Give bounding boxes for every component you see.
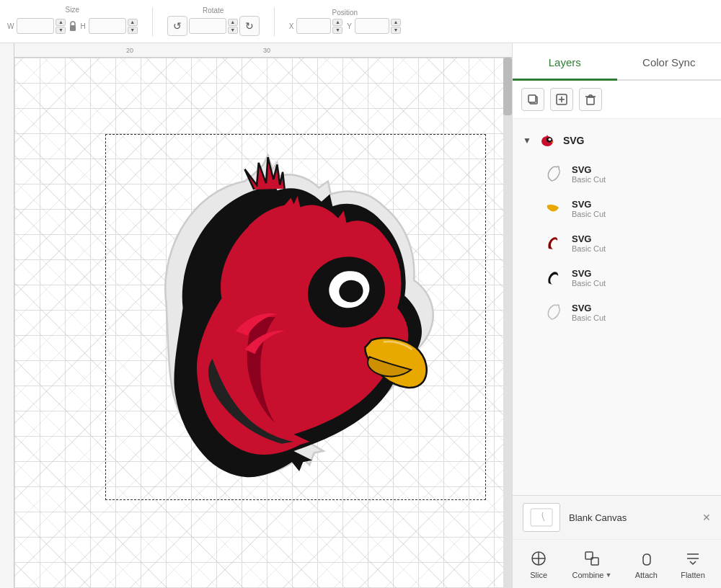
position-label: Position <box>332 9 358 17</box>
slice-btn[interactable]: Slice <box>523 545 554 582</box>
layer-item[interactable]: SVG Basic Cut <box>513 191 721 226</box>
w-label: W <box>7 22 14 30</box>
layer-5-icon <box>543 302 563 322</box>
layer-list: ▼ SVG <box>513 119 721 495</box>
layer-sub-3: Basic Cut <box>572 244 606 253</box>
layer-2-icon <box>543 198 563 218</box>
layer-sub-4: Basic Cut <box>572 279 606 288</box>
blank-canvas-label: Blank Canvas <box>569 512 694 523</box>
ruler-horizontal: 20 30 <box>0 43 512 58</box>
x-up[interactable]: ▲ <box>332 19 342 26</box>
group-label: SVG <box>563 135 585 146</box>
rotate-cw-btn[interactable]: ↻ <box>239 16 260 36</box>
layer-group-header[interactable]: ▼ SVG <box>513 125 721 156</box>
panel-bottom: Blank Canvas ✕ Slice <box>513 495 721 588</box>
flatten-label: Flatten <box>681 571 705 579</box>
height-input[interactable] <box>89 18 126 34</box>
cardinal-object[interactable] <box>108 137 483 497</box>
width-input[interactable] <box>17 18 54 34</box>
rotate-inputs: ↺ ▲ ▼ ↻ <box>167 16 260 36</box>
toolbar: Size W ▲ ▼ H ▲ ▼ Rotate <box>0 0 721 43</box>
layer-info-2: SVG Basic Cut <box>572 199 606 218</box>
canvas-grid[interactable] <box>14 58 512 588</box>
x-down[interactable]: ▼ <box>332 27 342 34</box>
panel-actions: Slice Combine ▼ <box>513 540 721 588</box>
tab-layers[interactable]: Layers <box>513 43 617 81</box>
layer-thumb-5 <box>541 300 565 324</box>
cardinal-svg <box>108 137 483 497</box>
lock-icon <box>68 20 77 32</box>
blank-canvas-close-btn[interactable]: ✕ <box>702 512 711 523</box>
layer-info-5: SVG Basic Cut <box>572 303 606 322</box>
group-icon <box>537 130 557 151</box>
layer-item[interactable]: SVG Basic Cut <box>513 260 721 295</box>
layer-3-icon <box>543 233 563 253</box>
copy-layer-btn[interactable] <box>521 88 544 111</box>
ruler-mark-20: 20 <box>126 47 133 54</box>
rotate-down[interactable]: ▼ <box>228 27 238 34</box>
position-inputs: X ▲ ▼ Y ▲ ▼ <box>289 18 401 34</box>
scrollbar-vertical[interactable] <box>503 58 512 588</box>
svg-rect-18 <box>531 509 552 526</box>
attach-svg-icon <box>637 550 655 567</box>
y-up[interactable]: ▲ <box>391 19 401 26</box>
attach-label: Attach <box>635 571 658 579</box>
y-down[interactable]: ▼ <box>391 27 401 34</box>
h-label: H <box>80 22 85 30</box>
width-stepper[interactable]: ▲ ▼ <box>56 19 66 34</box>
x-stepper[interactable]: ▲ ▼ <box>332 19 342 34</box>
scrollbar-thumb[interactable] <box>503 58 512 115</box>
rotate-stepper[interactable]: ▲ ▼ <box>228 19 238 34</box>
combine-btn[interactable]: Combine ▼ <box>566 545 617 582</box>
layer-sub-1: Basic Cut <box>572 175 606 184</box>
svg-rect-5 <box>528 95 536 102</box>
layer-item[interactable]: SVG Basic Cut <box>513 226 721 260</box>
size-inputs: W ▲ ▼ H ▲ ▼ <box>7 15 138 37</box>
y-input[interactable] <box>355 18 389 34</box>
height-stepper[interactable]: ▲ ▼ <box>128 19 138 34</box>
y-label: Y <box>347 22 352 30</box>
y-stepper[interactable]: ▲ ▼ <box>391 19 401 34</box>
rotate-label: Rotate <box>203 6 224 14</box>
layer-1-icon <box>543 164 563 184</box>
divider-1 <box>152 7 153 36</box>
layer-item[interactable]: SVG Basic Cut <box>513 295 721 329</box>
trash-icon <box>585 94 596 105</box>
layer-name-1: SVG <box>572 164 606 175</box>
combine-svg-icon <box>583 550 601 567</box>
layer-info-3: SVG Basic Cut <box>572 233 606 253</box>
height-down[interactable]: ▼ <box>128 27 138 34</box>
rotate-group: Rotate ↺ ▲ ▼ ↻ <box>167 6 260 36</box>
lock-icon-wrap <box>67 15 79 37</box>
position-group: Position X ▲ ▼ Y ▲ ▼ <box>289 9 401 34</box>
attach-btn[interactable]: Attach <box>629 545 663 582</box>
ruler-mark-30: 30 <box>263 47 270 54</box>
svg-rect-0 <box>70 25 76 31</box>
svg-rect-9 <box>587 97 594 104</box>
height-up[interactable]: ▲ <box>128 19 138 26</box>
main-area: 20 30 <box>0 43 721 588</box>
layer-info-4: SVG Basic Cut <box>572 268 606 288</box>
delete-layer-btn[interactable] <box>579 88 602 111</box>
layer-name-2: SVG <box>572 199 606 210</box>
rotate-input[interactable] <box>189 18 226 34</box>
x-input[interactable] <box>296 18 331 34</box>
slice-icon <box>528 548 549 569</box>
right-panel: Layers Color Sync <box>512 43 721 588</box>
panel-icon-bar <box>513 81 721 119</box>
add-layer-btn[interactable] <box>550 88 573 111</box>
rotate-up[interactable]: ▲ <box>228 19 238 26</box>
layer-item[interactable]: SVG Basic Cut <box>513 156 721 191</box>
canvas-area[interactable]: 20 30 <box>0 43 512 588</box>
group-cardinal-icon <box>539 132 556 149</box>
width-down[interactable]: ▼ <box>56 27 66 34</box>
layer-thumb-1 <box>541 162 565 185</box>
slice-svg-icon <box>530 550 547 567</box>
layer-thumb-2 <box>541 197 565 220</box>
add-icon <box>556 94 567 105</box>
width-up[interactable]: ▲ <box>56 19 66 26</box>
layer-name-5: SVG <box>572 303 606 313</box>
flatten-btn[interactable]: Flatten <box>675 545 711 582</box>
rotate-ccw-btn[interactable]: ↺ <box>167 16 187 36</box>
tab-colorsync[interactable]: Color Sync <box>617 43 722 81</box>
